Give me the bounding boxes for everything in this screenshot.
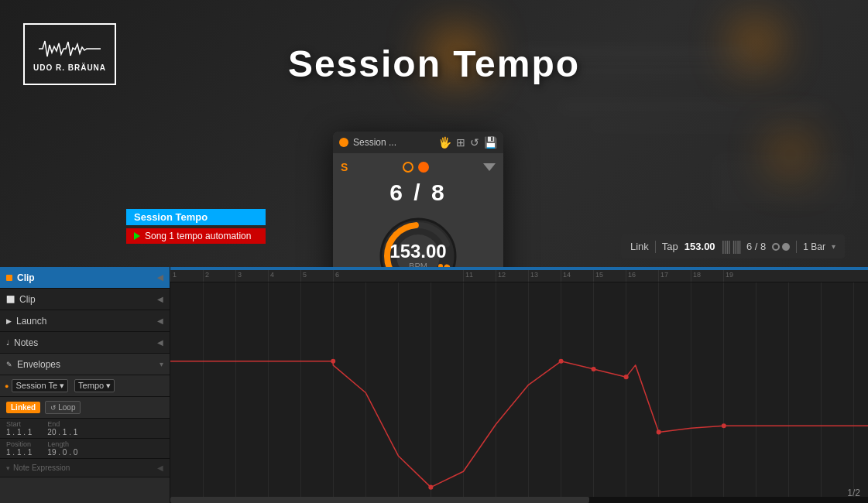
tap-button[interactable]: Tap	[662, 241, 678, 252]
transport-bars-icon: |||| ||||	[722, 238, 740, 255]
session-te-row: ● Session Te ▾ Tempo ▾	[0, 375, 170, 397]
song-tempo-label: Song 1 tempo automation	[126, 228, 266, 244]
envelopes-arrow: ▾	[160, 360, 163, 368]
end-group: End 20 . 1 . 1	[47, 420, 77, 436]
transport-mode-dots	[772, 243, 790, 251]
end-label: End	[47, 420, 77, 428]
envelopes-row: ✎ Envelopes ▾	[0, 354, 170, 375]
loop-icon: ↺	[50, 404, 57, 412]
clip-row-label: Clip	[19, 294, 36, 305]
envelope-icon: ✎	[6, 361, 12, 368]
length-val: 19 . 0 . 0	[47, 448, 77, 457]
svg-point-8	[592, 367, 596, 371]
bg-shape	[558, 101, 829, 113]
linked-loop-row: Linked ↺ Loop	[0, 397, 170, 419]
svg-point-10	[657, 429, 661, 434]
start-label: Start	[6, 420, 32, 428]
bar-dropdown-icon[interactable]: ▾	[832, 242, 835, 251]
page-title: Session Tempo	[0, 43, 868, 85]
tempo-dropdown[interactable]: Tempo ▾	[74, 379, 115, 392]
plugin-title: Session ...	[353, 137, 434, 148]
plugin-refresh-icon[interactable]: ↺	[470, 136, 479, 149]
linked-button[interactable]: Linked	[6, 402, 40, 413]
launch-row: ▶ Launch ◀	[0, 310, 170, 332]
clip-arrow-icon: ◀	[157, 273, 163, 282]
start-end-row: Start 1 . 1 . 1 End 20 . 1 . 1	[0, 419, 170, 439]
transport-bpm: 153.00	[684, 241, 715, 252]
divider	[796, 241, 797, 253]
daw-scrollbar[interactable]	[170, 497, 868, 503]
session-te-text: Session Te ▾	[15, 381, 64, 391]
selection-bar	[170, 267, 868, 270]
clip-row: ⬜ Clip ◀	[0, 289, 170, 310]
loop-label: Loop	[58, 403, 75, 412]
daw-area: Clip ◀ ⬜ Clip ◀ ▶ Launch ◀ ♩ Notes ◀ ✎ E…	[0, 267, 868, 503]
length-label: Length	[47, 440, 77, 448]
envelopes-label: Envelopes	[17, 359, 60, 370]
mode-dot-hollow[interactable]	[772, 243, 780, 251]
plugin-save-icon[interactable]: 💾	[484, 136, 497, 149]
start-group: Start 1 . 1 . 1	[6, 420, 32, 436]
divider	[655, 241, 656, 253]
transport-bar: Link Tap 153.00 |||| |||| 6 / 8 1 Bar ▾	[621, 234, 845, 258]
clip-color-dot	[6, 275, 12, 281]
clip-label: Clip	[17, 272, 35, 283]
notes-icon: ♩	[6, 339, 9, 347]
notes-arrow: ◀	[157, 338, 163, 347]
launch-icon: ▶	[6, 317, 12, 325]
plugin-circles	[403, 162, 429, 173]
link-button[interactable]: Link	[630, 241, 649, 252]
position-val: 1 . 1 . 1	[6, 448, 32, 457]
plugin-s-label: S	[341, 161, 348, 173]
position-label: Position	[6, 440, 32, 448]
pos-len-row: Position 1 . 1 . 1 Length 19 . 0 . 0	[0, 439, 170, 459]
session-tempo-label: Session Tempo	[126, 209, 266, 225]
transport-timesig: 6 / 8	[746, 241, 766, 252]
clip-row-arrow: ◀	[157, 295, 163, 303]
note-expr-icon: ▾	[6, 464, 10, 472]
launch-arrow: ◀	[157, 317, 163, 325]
plugin-titlebar: Session ... 🖐 ⊞ ↺ 💾	[333, 132, 503, 153]
svg-point-11	[722, 423, 726, 428]
clip-header-row: Clip ◀	[0, 267, 170, 289]
mode-dot-filled[interactable]	[782, 243, 790, 251]
clip-icon: ⬜	[6, 296, 15, 303]
play-icon	[134, 232, 140, 240]
song-tempo-text: Song 1 tempo automation	[145, 231, 251, 241]
daw-main-area: 1 2 3 4 5 6 11 12 13 14 15 16 17 18 19	[170, 267, 868, 503]
note-expression-row: ▾ Note Expression ◀	[0, 459, 170, 477]
plugin-link-icon[interactable]: ⊞	[456, 136, 465, 149]
notes-label: Notes	[14, 337, 38, 348]
note-expression-label: Note Expression	[13, 464, 70, 472]
session-te-dropdown[interactable]: Session Te ▾	[12, 379, 68, 392]
scrollbar-thumb[interactable]	[170, 497, 589, 503]
automation-envelope	[170, 282, 868, 503]
daw-grid: 1/2	[170, 282, 868, 503]
svg-point-5	[331, 359, 335, 364]
position-group: Position 1 . 1 . 1	[6, 440, 32, 457]
plugin-status-dot	[339, 138, 348, 147]
session-te-dot: ●	[5, 382, 9, 390]
circle-filled[interactable]	[418, 162, 429, 173]
time-signature-display: 6 / 8	[341, 180, 496, 206]
bg-shape	[713, 155, 853, 209]
note-expr-arrow: ◀	[157, 464, 163, 472]
dropdown-arrow-icon[interactable]	[483, 163, 496, 171]
start-val: 1 . 1 . 1	[6, 428, 32, 436]
svg-point-6	[428, 485, 433, 490]
bpm-value: 153.00	[389, 241, 446, 262]
plugin-hand-icon[interactable]: 🖐	[438, 136, 451, 149]
svg-point-7	[559, 359, 564, 364]
svg-point-9	[624, 375, 629, 379]
length-group: Length 19 . 0 . 0	[47, 440, 77, 457]
tempo-text: Tempo ▾	[78, 381, 111, 391]
loop-button[interactable]: ↺ Loop	[45, 401, 81, 414]
launch-label: Launch	[16, 316, 46, 327]
bar-length: 1 Bar	[803, 241, 825, 252]
plugin-s-row: S	[341, 161, 496, 173]
notes-row: ♩ Notes ◀	[0, 332, 170, 354]
end-val: 20 . 1 . 1	[47, 428, 77, 436]
daw-left-panel: Clip ◀ ⬜ Clip ◀ ▶ Launch ◀ ♩ Notes ◀ ✎ E…	[0, 267, 170, 503]
circle-hollow[interactable]	[403, 162, 413, 173]
bg-shape	[589, 120, 806, 131]
